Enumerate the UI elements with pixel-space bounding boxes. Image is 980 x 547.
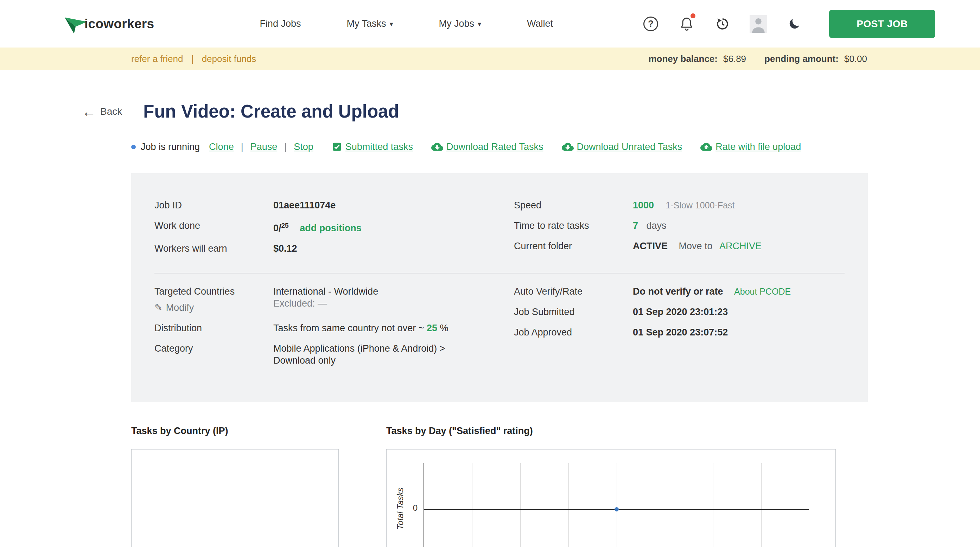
move-to-archive-link[interactable]: ARCHIVE bbox=[719, 241, 762, 251]
panel-top: Job ID 01aee111074e Work done 0/25 add p… bbox=[154, 199, 845, 263]
pencil-icon: ✎ bbox=[154, 301, 162, 314]
add-positions-link[interactable]: add positions bbox=[300, 223, 362, 233]
work-done-value: 0/ bbox=[273, 223, 282, 233]
balance-info: money balance: $6.89 pending amount: $0.… bbox=[648, 54, 867, 64]
current-folder-row: Current folder ACTIVE Move to ARCHIVE bbox=[514, 240, 845, 252]
plot-area bbox=[423, 463, 809, 547]
time-to-rate-label: Time to rate tasks bbox=[514, 220, 633, 231]
help-button[interactable]: ? bbox=[642, 15, 660, 33]
main-nav: Find Jobs My Tasks▾ My Jobs▾ Wallet bbox=[259, 18, 553, 29]
tasks-by-day-title: Tasks by Day ("Satisfied" rating) bbox=[386, 426, 836, 437]
job-approved-row: Job Approved 01 Sep 2020 23:07:52 bbox=[514, 326, 845, 338]
modify-link[interactable]: ✎ Modify bbox=[154, 301, 194, 314]
download-rated-link[interactable]: Download Rated Tasks bbox=[431, 141, 544, 153]
back-arrow-icon: ← bbox=[82, 105, 96, 119]
work-done-row: Work done 0/25 add positions bbox=[154, 220, 514, 234]
excluded-countries: Excluded: — bbox=[273, 297, 378, 309]
time-to-rate-row: Time to rate tasks 7 days bbox=[514, 220, 845, 231]
dark-mode-toggle[interactable] bbox=[786, 15, 803, 33]
y-axis-tick-zero: 0 bbox=[387, 503, 418, 513]
stop-link[interactable]: Stop bbox=[294, 142, 313, 152]
job-id-label: Job ID bbox=[154, 199, 273, 211]
job-status: Job is running bbox=[141, 142, 200, 152]
avatar bbox=[749, 15, 767, 33]
panel-bottom: Targeted Countries ✎ Modify Internationa… bbox=[154, 285, 845, 375]
navbar-right: ? POST bbox=[642, 10, 935, 38]
status-row: Job is running Clone | Pause | Stop Subm… bbox=[131, 141, 980, 153]
notification-dot bbox=[690, 13, 695, 18]
about-pcode-link[interactable]: About PCODE bbox=[734, 287, 791, 297]
panel-bottom-left: Targeted Countries ✎ Modify Internationa… bbox=[154, 285, 514, 375]
brand[interactable]: icoworkers bbox=[63, 11, 154, 37]
money-balance-value: $6.89 bbox=[723, 54, 746, 64]
distribution-row: Distribution Tasks from same country not… bbox=[154, 322, 514, 334]
work-done-label: Work done bbox=[154, 220, 273, 234]
targeted-countries-value: International - Worldwide bbox=[273, 285, 378, 297]
distribution-value: 25 bbox=[427, 323, 437, 333]
speed-value: 1000 bbox=[633, 200, 654, 211]
moon-icon bbox=[787, 17, 801, 31]
deposit-funds-link[interactable]: deposit funds bbox=[202, 54, 256, 64]
pending-amount-value: $0.00 bbox=[844, 54, 867, 64]
post-job-button[interactable]: POST JOB bbox=[829, 10, 935, 38]
page-title: Fun Video: Create and Upload bbox=[143, 101, 399, 122]
nav-my-jobs[interactable]: My Jobs▾ bbox=[439, 18, 482, 29]
tasks-by-country-title: Tasks by Country (IP) bbox=[131, 426, 339, 437]
back-label: Back bbox=[100, 106, 122, 117]
panel-divider bbox=[154, 273, 845, 273]
chevron-down-icon: ▾ bbox=[478, 20, 481, 28]
money-balance-label: money balance: bbox=[648, 54, 718, 64]
history-icon bbox=[715, 16, 730, 31]
job-submitted-row: Job Submitted 01 Sep 2020 23:01:23 bbox=[514, 306, 845, 318]
auto-verify-label: Auto Verify/Rate bbox=[514, 285, 633, 297]
targeted-countries-row: Targeted Countries ✎ Modify Internationa… bbox=[154, 285, 514, 314]
tasks-by-day-chart: Total Tasks 0 bbox=[386, 449, 836, 547]
status-dot bbox=[131, 145, 136, 149]
tasks-by-country-block: Tasks by Country (IP) bbox=[131, 426, 339, 547]
speed-label: Speed bbox=[514, 199, 633, 211]
separator: | bbox=[191, 54, 194, 64]
history-button[interactable] bbox=[714, 15, 731, 33]
cloud-upload-icon bbox=[700, 141, 712, 153]
title-row: ← Back Fun Video: Create and Upload bbox=[82, 101, 980, 122]
balance-bar: refer a friend | deposit funds money bal… bbox=[0, 48, 980, 70]
tasks-by-day-block: Tasks by Day ("Satisfied" rating) Total … bbox=[386, 426, 836, 547]
move-to-label: Move to bbox=[679, 241, 713, 251]
current-folder-label: Current folder bbox=[514, 240, 633, 252]
charts-section: Tasks by Country (IP) Tasks by Day ("Sat… bbox=[131, 426, 980, 547]
back-button[interactable]: ← Back bbox=[82, 105, 122, 119]
nav-wallet[interactable]: Wallet bbox=[527, 18, 553, 29]
auto-verify-row: Auto Verify/Rate Do not verify or rate A… bbox=[514, 285, 845, 297]
download-unrated-link[interactable]: Download Unrated Tasks bbox=[562, 141, 682, 153]
clone-link[interactable]: Clone bbox=[209, 142, 234, 152]
panel-top-right: Speed 1000 1-Slow 1000-Fast Time to rate… bbox=[514, 199, 845, 263]
rate-file-upload-link[interactable]: Rate with file upload bbox=[700, 141, 801, 153]
refer-friend-link[interactable]: refer a friend bbox=[131, 54, 183, 64]
panel-bottom-right: Auto Verify/Rate Do not verify or rate A… bbox=[514, 285, 845, 375]
job-id-value: 01aee111074e bbox=[273, 199, 336, 211]
notifications-button[interactable] bbox=[678, 15, 695, 33]
brand-text: icoworkers bbox=[84, 16, 154, 31]
nav-find-jobs[interactable]: Find Jobs bbox=[259, 18, 301, 29]
submitted-tasks-link[interactable]: Submitted tasks bbox=[332, 142, 413, 152]
tasks-by-country-chart bbox=[131, 449, 339, 547]
category-value: Mobile Applications (iPhone & Android) >… bbox=[273, 343, 484, 367]
pause-link[interactable]: Pause bbox=[250, 142, 278, 152]
category-label: Category bbox=[154, 343, 273, 367]
job-submitted-label: Job Submitted bbox=[514, 306, 633, 318]
pending-amount-label: pending amount: bbox=[764, 54, 838, 64]
category-row: Category Mobile Applications (iPhone & A… bbox=[154, 343, 514, 367]
modify-label: Modify bbox=[166, 301, 194, 314]
workers-earn-label: Workers will earn bbox=[154, 242, 273, 255]
nav-my-tasks[interactable]: My Tasks▾ bbox=[347, 18, 393, 29]
task-check-icon bbox=[332, 142, 342, 152]
profile-button[interactable] bbox=[749, 15, 767, 33]
subbar-links: refer a friend | deposit funds bbox=[131, 54, 256, 64]
distribution-label: Distribution bbox=[154, 322, 273, 334]
speed-row: Speed 1000 1-Slow 1000-Fast bbox=[514, 199, 845, 211]
top-navbar: icoworkers Find Jobs My Tasks▾ My Jobs▾ … bbox=[0, 0, 980, 48]
distribution-text: Tasks from same country not over ~ bbox=[273, 323, 424, 333]
job-submitted-value: 01 Sep 2020 23:01:23 bbox=[633, 306, 728, 318]
time-to-rate-value: 7 bbox=[633, 220, 638, 231]
auto-verify-value: Do not verify or rate bbox=[633, 286, 723, 297]
